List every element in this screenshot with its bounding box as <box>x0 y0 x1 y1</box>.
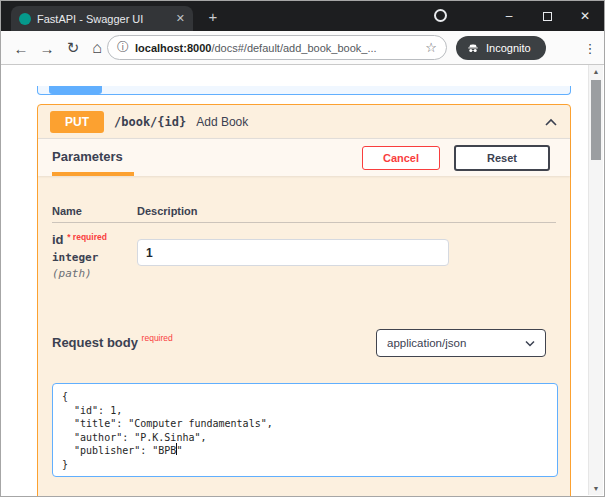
required-marker: * required <box>67 232 107 242</box>
request-body-required-marker: required <box>142 333 173 343</box>
request-body-editor[interactable]: { "id": 1, "title": "Computer fundamenta… <box>52 383 558 477</box>
bookmark-star-icon[interactable]: ☆ <box>425 40 437 55</box>
parameter-name: id * required <box>52 232 107 247</box>
endpoint-path: /book/{id} <box>114 115 186 129</box>
description-column-header: Description <box>137 205 198 217</box>
text-caret <box>176 443 177 455</box>
request-body-label: Request body required <box>52 335 173 350</box>
scroll-down-icon[interactable]: ▼ <box>589 485 603 492</box>
request-body-json: { "id": 1, "title": "Computer fundamenta… <box>53 384 557 477</box>
forward-button[interactable]: → <box>35 31 59 65</box>
parameters-tab-underline <box>52 172 134 176</box>
parameters-title: Parameters <box>52 149 123 164</box>
cancel-button[interactable]: Cancel <box>362 146 440 170</box>
browser-menu-icon[interactable]: ⋮ <box>580 31 600 65</box>
previous-endpoint-block-partial[interactable] <box>37 86 571 95</box>
titlebar: FastAPI - Swagger UI ✕ + – ✕ <box>1 1 604 31</box>
parameter-value-input[interactable] <box>137 239 449 266</box>
incognito-label: Incognito <box>486 42 531 54</box>
page-scrollbar[interactable]: ▲ ▼ <box>588 65 603 495</box>
page-info-icon[interactable]: ⓘ <box>117 39 129 56</box>
titlebar-circle-icon[interactable] <box>434 9 447 22</box>
put-endpoint-block: PUT /book/{id} Add Book Parameters Cance… <box>37 104 571 497</box>
name-column-header: Name <box>52 205 82 217</box>
scrollbar-thumb[interactable] <box>591 80 601 160</box>
close-button[interactable]: ✕ <box>566 1 604 31</box>
incognito-icon <box>466 42 480 54</box>
url-text: localhost:8000/docs#/default/add_book_bo… <box>135 42 377 54</box>
put-method-badge: PUT <box>50 111 104 133</box>
content-type-value: application/json <box>387 337 466 349</box>
back-button[interactable]: ← <box>9 31 33 65</box>
parameters-section-header: Parameters Cancel Reset <box>38 138 570 176</box>
incognito-badge: Incognito <box>456 36 546 60</box>
reload-button[interactable]: ↻ <box>61 31 85 65</box>
chevron-down-icon <box>525 337 535 349</box>
url-host: localhost:8000 <box>135 42 211 54</box>
maximize-button[interactable] <box>528 1 566 31</box>
endpoint-summary: Add Book <box>196 115 248 129</box>
parameter-type: integer <box>52 251 98 264</box>
tab-close-icon[interactable]: ✕ <box>176 13 185 24</box>
home-button[interactable]: ⌂ <box>85 31 109 65</box>
endpoint-header[interactable]: PUT /book/{id} Add Book <box>38 105 570 138</box>
browser-tab[interactable]: FastAPI - Swagger UI ✕ <box>11 6 193 31</box>
table-divider <box>52 222 556 223</box>
url-path: /docs#/default/add_book_book_... <box>211 42 376 54</box>
content-type-select[interactable]: application/json <box>376 329 546 357</box>
address-bar[interactable]: ⓘ localhost:8000/docs#/default/add_book_… <box>107 35 447 60</box>
scroll-up-icon[interactable]: ▲ <box>589 68 603 75</box>
parameter-location: (path) <box>52 267 92 280</box>
maximize-icon <box>543 12 552 21</box>
browser-window: FastAPI - Swagger UI ✕ + – ✕ ← → ↻ ⌂ ⓘ l… <box>0 0 605 497</box>
new-tab-button[interactable]: + <box>203 7 223 27</box>
page-content: PUT /book/{id} Add Book Parameters Cance… <box>2 65 603 495</box>
tab-title: FastAPI - Swagger UI <box>37 13 170 25</box>
fastapi-favicon-icon <box>19 13 31 25</box>
collapse-chevron-icon[interactable] <box>544 113 558 131</box>
get-method-badge-partial <box>49 86 102 94</box>
browser-toolbar: ← → ↻ ⌂ ⓘ localhost:8000/docs#/default/a… <box>1 31 604 65</box>
reset-button[interactable]: Reset <box>454 145 550 171</box>
minimize-button[interactable]: – <box>490 1 528 31</box>
